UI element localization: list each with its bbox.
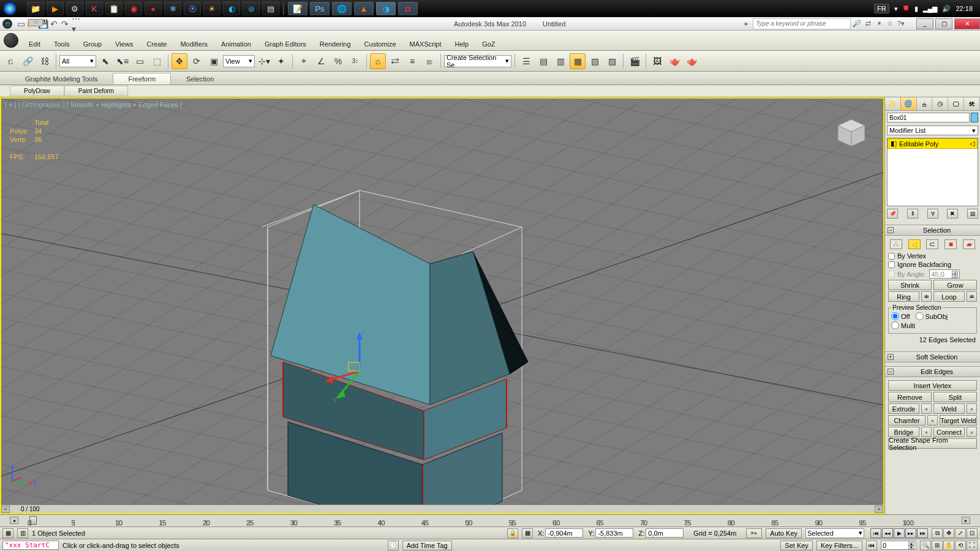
tool-curve-editor-icon[interactable]: ▦ [570,53,586,69]
infocenter-binoculars-icon[interactable]: 🔎 [852,19,862,29]
infocenter-arrow-icon[interactable]: ▸ [742,19,752,29]
named-selection-set-dropdown[interactable]: Create Selection Se▾ [444,55,511,67]
taskbar-running-vlc[interactable]: ▲ [354,2,374,15]
taskbar-app-10[interactable]: ☀ [203,2,221,15]
btn-chamfer-settings[interactable]: ▫ [927,415,938,425]
taskbar-app-4[interactable]: K [86,2,103,15]
viewcube[interactable] [834,116,869,150]
tool-snap-toggle-icon[interactable]: ⌖ [296,53,312,69]
tray-volume-icon[interactable]: 🔊 [942,5,951,13]
tool-unlink-icon[interactable]: ⛓ [37,53,53,69]
tool-material-icon[interactable]: ▨ [604,53,620,69]
vnav-4[interactable]: ⊡ [967,528,978,538]
chk-ignore-backfacing[interactable]: Ignore Backfacing [888,261,977,268]
application-menu-button[interactable] [0,31,22,50]
btn-split[interactable]: Split [933,392,977,402]
current-frame-field[interactable]: 0▲▼ [881,541,916,550]
vnav-maximize[interactable]: ⛶ [967,541,978,550]
vnav-1[interactable]: ⧉ [932,528,943,538]
btn-connect[interactable]: Connect [933,427,965,437]
tool-schematic-icon[interactable]: ▧ [587,53,603,69]
radio-subobj[interactable]: SubObj [916,312,948,320]
taskbar-app-6[interactable]: ◉ [125,2,142,15]
subobj-edge[interactable]: ◁ [908,239,921,249]
menu-maxscript[interactable]: MAXScript [403,39,448,50]
selection-filter-dropdown[interactable]: All▾ [59,55,96,67]
menu-tools[interactable]: Tools [47,39,77,50]
tray-battery-icon[interactable]: ▮ [914,5,918,13]
btn-ring[interactable]: Ring [888,291,919,302]
tool-mirror-icon[interactable]: ⮂ [387,53,403,69]
btn-loop-spin[interactable]: ≑ [967,291,977,302]
stack-item-editable-poly[interactable]: ◧ Editable Poly ◁ [888,138,978,149]
radio-multi[interactable]: Multi [891,321,915,329]
coord-display-mode-icon[interactable]: ▦ [522,528,533,538]
tool-selrect-icon[interactable]: ▭ [132,53,148,69]
menu-modifiers[interactable]: Modifiers [173,39,214,50]
infocenter-subs-icon[interactable]: ✶ [874,19,884,29]
transport-prev[interactable]: ◂◂ [882,528,893,538]
add-time-tag-button[interactable]: Add Time Tag [402,541,452,550]
tool-percent-snap-icon[interactable]: % [330,53,346,69]
btn-remove[interactable]: Remove [888,392,932,402]
vnav-zoom-all[interactable]: ⊞ [932,541,943,550]
key-mode-icon[interactable]: 🗝 [746,528,762,538]
qat-undo-icon[interactable]: ↶ [49,19,59,29]
tool-layers1-icon[interactable]: ☰ [518,53,534,69]
taskbar-running-ps[interactable]: Ps [310,2,330,15]
ribbon-panel-polydraw[interactable]: PolyDraw [10,86,64,96]
menu-customize[interactable]: Customize [358,39,403,50]
timetag-icon[interactable]: 🕓 [388,541,399,550]
coord-x[interactable]: -0,904m [545,528,583,538]
timeline[interactable]: ◂ 05101520253035404550556065707580859095… [0,514,980,527]
tray-network-icon[interactable]: ▂▄▆ [923,5,938,13]
tool-align-icon[interactable]: ≡ [404,53,420,69]
tool-editnamedsel-icon[interactable]: ⌂ [370,53,386,69]
menu-animation[interactable]: Animation [214,39,258,50]
btn-bridge-settings[interactable]: ▫ [921,427,932,437]
tool-select-icon[interactable]: ⬉ [97,53,113,69]
menu-grapheditors[interactable]: Graph Editors [258,39,313,50]
stack-expand-icon[interactable]: ◧ [891,140,897,148]
taskbar-running-browser[interactable]: 🌐 [332,2,352,15]
cp-tab-hierarchy[interactable]: 🜁 [917,97,933,110]
menu-views[interactable]: Views [108,39,140,50]
vnav-2[interactable]: ✥ [943,528,954,538]
stack-unique-icon[interactable]: ∀ [927,209,938,219]
btn-ring-spin[interactable]: ≑ [921,291,932,302]
rollout-soft-header[interactable]: +Soft Selection [885,351,980,362]
tool-linkundo-icon[interactable]: ⎌ [2,53,18,69]
refcoord-dropdown[interactable]: View▾ [223,55,255,67]
stack-remove-icon[interactable]: ✖ [947,209,958,219]
taskbar-app-1[interactable]: 📁 [27,2,44,15]
infocenter-search[interactable] [753,18,851,29]
chk-by-vertex[interactable]: By Vertex [888,252,977,260]
tool-rotate-icon[interactable]: ⟳ [189,53,205,69]
status-lock-sel-icon[interactable]: ▦ [2,528,13,538]
tool-render-icon[interactable]: 🫖 [666,53,682,69]
autokey-button[interactable]: Auto Key [766,528,802,538]
rollout-editedges-header[interactable]: −Edit Edges [885,366,980,377]
tool-rendered-frame-icon[interactable]: 🖼 [649,53,665,69]
viewport[interactable]: z x y [ + ] [ Orthographic ] [ Smooth + … [0,97,884,514]
transport-end[interactable]: ⏭ [917,528,928,538]
infocenter-comm-icon[interactable]: ⇄ [863,19,873,29]
subobj-polygon[interactable]: ■ [944,239,957,249]
btn-bridge[interactable]: Bridge [888,427,919,437]
btn-shrink[interactable]: Shrink [888,280,932,290]
taskbar-app-8[interactable]: ❄ [164,2,181,15]
vnav-3[interactable]: ⤢ [955,528,966,538]
taskbar-app-12[interactable]: ⊚ [243,2,260,15]
timeline-left[interactable]: ◂ [10,517,18,524]
tool-selectname-icon[interactable]: ⬉≡ [115,53,130,69]
transport-start[interactable]: ⏮ [870,528,881,538]
btn-insert-vertex[interactable]: Insert Vertex [888,380,977,391]
status-isolate-icon[interactable]: ▥ [17,528,28,538]
viewport-label[interactable]: [ + ] [ Orthographic ] [ Smooth + Highli… [5,101,182,108]
cp-tab-create[interactable]: ✨ [885,97,901,110]
object-name-field[interactable] [887,113,970,122]
btn-weld-settings[interactable]: ▫ [967,403,977,414]
cp-tab-utilities[interactable]: 🛠 [964,97,980,110]
cp-tab-display[interactable]: 🖵 [948,97,964,110]
transport-play[interactable]: ▶ [894,528,905,538]
